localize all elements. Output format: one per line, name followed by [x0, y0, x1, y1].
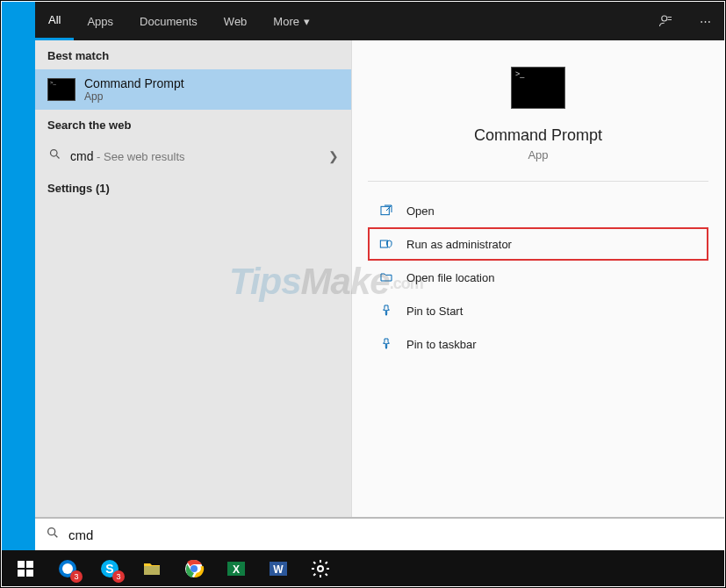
- best-match-item[interactable]: Command Prompt App: [35, 69, 351, 110]
- search-web-label: Search the web: [35, 110, 351, 139]
- taskbar-excel[interactable]: X: [216, 552, 256, 585]
- search-icon: [47, 147, 61, 164]
- tab-more-label: More: [273, 15, 299, 28]
- svg-point-0: [662, 16, 667, 21]
- chevron-down-icon: ▾: [304, 15, 310, 28]
- tab-all[interactable]: All: [35, 2, 74, 40]
- taskbar-cortana[interactable]: 3: [47, 552, 88, 585]
- action-list: Open Run as administrator Open file loca…: [352, 185, 724, 369]
- badge: 3: [70, 570, 83, 583]
- command-prompt-large-icon: [511, 67, 565, 109]
- svg-point-15: [318, 566, 323, 571]
- web-search-item[interactable]: cmd - See web results ❯: [35, 139, 351, 173]
- taskbar-chrome[interactable]: [174, 552, 214, 585]
- feedback-icon[interactable]: [647, 2, 686, 40]
- svg-point-10: [190, 565, 198, 572]
- results-panel: Best match Command Prompt App Search the…: [35, 40, 351, 517]
- best-match-subtitle: App: [84, 90, 184, 103]
- search-icon: [46, 526, 60, 543]
- action-label: Open: [406, 204, 435, 218]
- action-label: Open file location: [406, 271, 494, 284]
- action-pin-to-taskbar[interactable]: Pin to taskbar: [368, 327, 708, 361]
- open-icon: [378, 203, 394, 219]
- taskbar-file-explorer[interactable]: [132, 552, 172, 585]
- tab-documents[interactable]: Documents: [126, 2, 211, 40]
- badge: 3: [112, 570, 125, 583]
- action-label: Pin to Start: [406, 305, 463, 318]
- best-match-title: Command Prompt: [84, 76, 184, 90]
- search-bar: [35, 517, 724, 550]
- tab-more[interactable]: More ▾: [260, 2, 323, 40]
- chevron-right-icon: ❯: [328, 149, 339, 163]
- pin-start-icon: [378, 303, 394, 319]
- tab-apps[interactable]: Apps: [74, 2, 126, 40]
- start-button[interactable]: [5, 552, 46, 585]
- taskbar-word[interactable]: W: [258, 552, 298, 585]
- search-input[interactable]: [68, 527, 714, 542]
- action-run-as-administrator[interactable]: Run as administrator: [368, 227, 708, 261]
- action-open-file-location[interactable]: Open file location: [368, 261, 708, 294]
- action-label: Pin to taskbar: [406, 338, 477, 351]
- svg-point-1: [50, 150, 57, 157]
- tab-web[interactable]: Web: [211, 2, 261, 40]
- settings-label[interactable]: Settings (1): [35, 173, 351, 202]
- admin-shield-icon: [378, 236, 394, 252]
- detail-subtitle: App: [352, 148, 724, 161]
- more-options-icon[interactable]: ⋯: [686, 2, 724, 40]
- detail-panel: Command Prompt App Open Run as administr…: [351, 40, 724, 517]
- taskbar: 3 S 3 X W: [2, 550, 724, 586]
- action-pin-to-start[interactable]: Pin to Start: [368, 294, 708, 327]
- action-label: Run as administrator: [406, 238, 512, 251]
- svg-text:X: X: [233, 563, 240, 576]
- svg-point-4: [48, 528, 55, 535]
- search-filter-tabs: All Apps Documents Web More ▾ ⋯: [35, 2, 724, 40]
- folder-icon: [378, 269, 394, 285]
- divider: [368, 181, 708, 182]
- action-open[interactable]: Open: [368, 194, 708, 227]
- svg-rect-3: [380, 240, 387, 247]
- svg-text:W: W: [273, 563, 284, 576]
- detail-title: Command Prompt: [352, 126, 724, 145]
- pin-taskbar-icon: [378, 336, 394, 352]
- svg-rect-2: [381, 206, 389, 214]
- best-match-label: Best match: [35, 40, 351, 69]
- taskbar-settings[interactable]: [300, 552, 341, 585]
- command-prompt-icon: [47, 78, 75, 101]
- web-query: cmd: [70, 149, 93, 163]
- web-suffix: - See web results: [93, 150, 184, 163]
- taskbar-skype[interactable]: S 3: [90, 552, 130, 585]
- accent-strip: [2, 2, 35, 550]
